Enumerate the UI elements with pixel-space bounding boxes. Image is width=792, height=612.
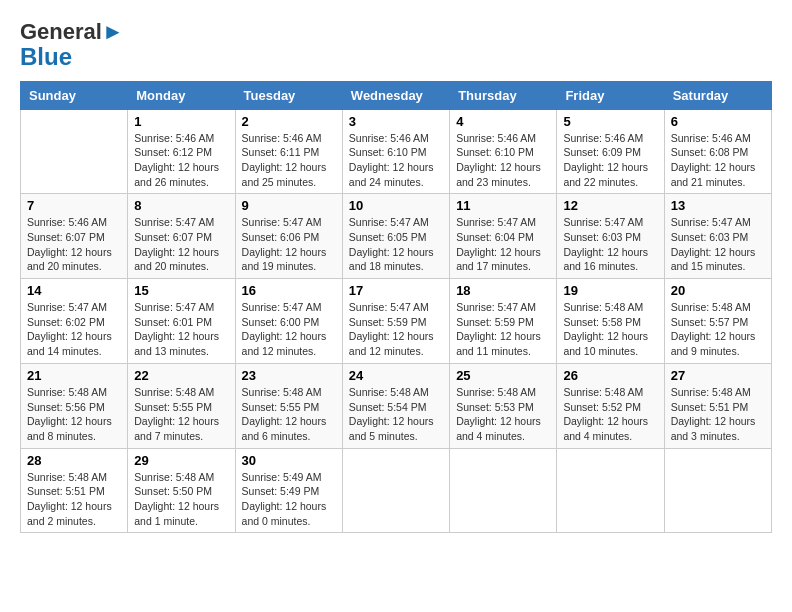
calendar-cell: 2Sunrise: 5:46 AMSunset: 6:11 PMDaylight… (235, 109, 342, 194)
sunset-text: Sunset: 5:57 PM (671, 315, 765, 330)
sunset-text: Sunset: 5:58 PM (563, 315, 657, 330)
day-content: Sunrise: 5:46 AMSunset: 6:10 PMDaylight:… (456, 131, 550, 190)
day-number: 24 (349, 368, 443, 383)
calendar-cell: 17Sunrise: 5:47 AMSunset: 5:59 PMDayligh… (342, 279, 449, 364)
sunset-text: Sunset: 5:59 PM (456, 315, 550, 330)
daylight-text: Daylight: 12 hours and 4 minutes. (456, 414, 550, 443)
day-number: 21 (27, 368, 121, 383)
sunrise-text: Sunrise: 5:47 AM (671, 215, 765, 230)
calendar-cell: 24Sunrise: 5:48 AMSunset: 5:54 PMDayligh… (342, 363, 449, 448)
weekday-header-monday: Monday (128, 81, 235, 109)
sunset-text: Sunset: 6:01 PM (134, 315, 228, 330)
day-number: 18 (456, 283, 550, 298)
day-content: Sunrise: 5:48 AMSunset: 5:55 PMDaylight:… (134, 385, 228, 444)
day-number: 28 (27, 453, 121, 468)
day-content: Sunrise: 5:48 AMSunset: 5:50 PMDaylight:… (134, 470, 228, 529)
sunrise-text: Sunrise: 5:48 AM (27, 470, 121, 485)
sunset-text: Sunset: 5:55 PM (242, 400, 336, 415)
sunrise-text: Sunrise: 5:46 AM (27, 215, 121, 230)
day-content: Sunrise: 5:47 AMSunset: 6:02 PMDaylight:… (27, 300, 121, 359)
sunset-text: Sunset: 6:02 PM (27, 315, 121, 330)
sunrise-text: Sunrise: 5:48 AM (563, 385, 657, 400)
daylight-text: Daylight: 12 hours and 20 minutes. (134, 245, 228, 274)
calendar-cell: 22Sunrise: 5:48 AMSunset: 5:55 PMDayligh… (128, 363, 235, 448)
day-number: 22 (134, 368, 228, 383)
sunset-text: Sunset: 5:51 PM (671, 400, 765, 415)
day-number: 26 (563, 368, 657, 383)
weekday-header-sunday: Sunday (21, 81, 128, 109)
day-content: Sunrise: 5:46 AMSunset: 6:08 PMDaylight:… (671, 131, 765, 190)
calendar-cell: 7Sunrise: 5:46 AMSunset: 6:07 PMDaylight… (21, 194, 128, 279)
sunset-text: Sunset: 6:04 PM (456, 230, 550, 245)
calendar-cell: 25Sunrise: 5:48 AMSunset: 5:53 PMDayligh… (450, 363, 557, 448)
day-number: 15 (134, 283, 228, 298)
calendar-week-5: 28Sunrise: 5:48 AMSunset: 5:51 PMDayligh… (21, 448, 772, 533)
sunrise-text: Sunrise: 5:47 AM (456, 215, 550, 230)
day-content: Sunrise: 5:46 AMSunset: 6:09 PMDaylight:… (563, 131, 657, 190)
calendar-week-1: 1Sunrise: 5:46 AMSunset: 6:12 PMDaylight… (21, 109, 772, 194)
day-number: 12 (563, 198, 657, 213)
sunset-text: Sunset: 5:52 PM (563, 400, 657, 415)
day-content: Sunrise: 5:47 AMSunset: 6:03 PMDaylight:… (563, 215, 657, 274)
sunset-text: Sunset: 6:10 PM (349, 145, 443, 160)
sunrise-text: Sunrise: 5:47 AM (134, 215, 228, 230)
sunrise-text: Sunrise: 5:47 AM (27, 300, 121, 315)
day-content: Sunrise: 5:48 AMSunset: 5:53 PMDaylight:… (456, 385, 550, 444)
calendar-cell (557, 448, 664, 533)
daylight-text: Daylight: 12 hours and 22 minutes. (563, 160, 657, 189)
sunrise-text: Sunrise: 5:46 AM (671, 131, 765, 146)
sunrise-text: Sunrise: 5:46 AM (242, 131, 336, 146)
sunset-text: Sunset: 6:07 PM (134, 230, 228, 245)
sunset-text: Sunset: 6:03 PM (563, 230, 657, 245)
day-number: 2 (242, 114, 336, 129)
daylight-text: Daylight: 12 hours and 16 minutes. (563, 245, 657, 274)
sunrise-text: Sunrise: 5:47 AM (349, 215, 443, 230)
logo: General► Blue (20, 20, 124, 71)
daylight-text: Daylight: 12 hours and 2 minutes. (27, 499, 121, 528)
daylight-text: Daylight: 12 hours and 19 minutes. (242, 245, 336, 274)
day-number: 4 (456, 114, 550, 129)
sunset-text: Sunset: 5:59 PM (349, 315, 443, 330)
day-content: Sunrise: 5:46 AMSunset: 6:10 PMDaylight:… (349, 131, 443, 190)
calendar-cell (664, 448, 771, 533)
sunset-text: Sunset: 6:12 PM (134, 145, 228, 160)
daylight-text: Daylight: 12 hours and 18 minutes. (349, 245, 443, 274)
day-number: 10 (349, 198, 443, 213)
daylight-text: Daylight: 12 hours and 12 minutes. (242, 329, 336, 358)
calendar-cell (21, 109, 128, 194)
weekday-header-saturday: Saturday (664, 81, 771, 109)
calendar-cell: 30Sunrise: 5:49 AMSunset: 5:49 PMDayligh… (235, 448, 342, 533)
calendar-week-2: 7Sunrise: 5:46 AMSunset: 6:07 PMDaylight… (21, 194, 772, 279)
page-header: General► Blue (20, 20, 772, 71)
daylight-text: Daylight: 12 hours and 12 minutes. (349, 329, 443, 358)
daylight-text: Daylight: 12 hours and 17 minutes. (456, 245, 550, 274)
calendar-cell: 4Sunrise: 5:46 AMSunset: 6:10 PMDaylight… (450, 109, 557, 194)
day-number: 6 (671, 114, 765, 129)
sunrise-text: Sunrise: 5:47 AM (563, 215, 657, 230)
daylight-text: Daylight: 12 hours and 7 minutes. (134, 414, 228, 443)
daylight-text: Daylight: 12 hours and 3 minutes. (671, 414, 765, 443)
sunset-text: Sunset: 6:06 PM (242, 230, 336, 245)
daylight-text: Daylight: 12 hours and 23 minutes. (456, 160, 550, 189)
day-number: 25 (456, 368, 550, 383)
calendar-cell: 8Sunrise: 5:47 AMSunset: 6:07 PMDaylight… (128, 194, 235, 279)
day-number: 3 (349, 114, 443, 129)
sunset-text: Sunset: 5:49 PM (242, 484, 336, 499)
day-number: 11 (456, 198, 550, 213)
calendar-cell: 9Sunrise: 5:47 AMSunset: 6:06 PMDaylight… (235, 194, 342, 279)
sunset-text: Sunset: 6:03 PM (671, 230, 765, 245)
calendar-cell: 14Sunrise: 5:47 AMSunset: 6:02 PMDayligh… (21, 279, 128, 364)
day-number: 5 (563, 114, 657, 129)
sunset-text: Sunset: 6:10 PM (456, 145, 550, 160)
day-number: 1 (134, 114, 228, 129)
daylight-text: Daylight: 12 hours and 11 minutes. (456, 329, 550, 358)
logo-text: General► Blue (20, 20, 124, 71)
day-content: Sunrise: 5:47 AMSunset: 6:00 PMDaylight:… (242, 300, 336, 359)
sunrise-text: Sunrise: 5:48 AM (671, 300, 765, 315)
sunset-text: Sunset: 6:11 PM (242, 145, 336, 160)
calendar-cell: 20Sunrise: 5:48 AMSunset: 5:57 PMDayligh… (664, 279, 771, 364)
calendar-cell: 12Sunrise: 5:47 AMSunset: 6:03 PMDayligh… (557, 194, 664, 279)
sunrise-text: Sunrise: 5:48 AM (349, 385, 443, 400)
day-content: Sunrise: 5:48 AMSunset: 5:51 PMDaylight:… (671, 385, 765, 444)
calendar-cell: 18Sunrise: 5:47 AMSunset: 5:59 PMDayligh… (450, 279, 557, 364)
